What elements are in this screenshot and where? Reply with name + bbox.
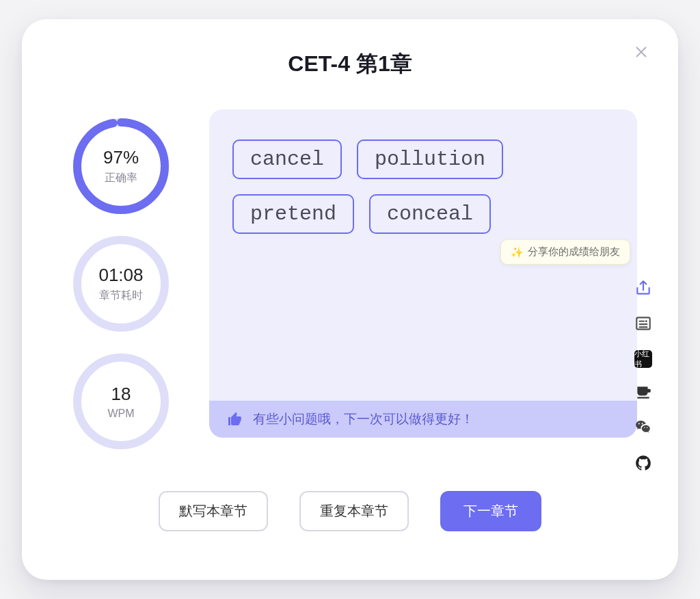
share-tooltip: ✨ 分享你的成绩给朋友 (500, 239, 630, 265)
encouragement-text: 有些小问题哦，下一次可以做得更好！ (253, 410, 474, 428)
github-icon (634, 454, 652, 472)
close-icon (634, 44, 649, 59)
wpm-value: 18 (111, 384, 131, 405)
sparkle-icon: ✨ (511, 246, 524, 258)
encouragement-bar: 有些小问题哦，下一次可以做得更好！ (209, 401, 637, 438)
words-panel: cancelpollutionpretendconceal 有些小问题哦，下一次… (209, 109, 637, 438)
stats-column: 97% 正确率 01:08 章节耗时 18 WPM (63, 115, 179, 453)
thumbs-up-icon (227, 411, 243, 427)
time-value: 01:08 (98, 265, 143, 286)
accuracy-value: 97% (103, 147, 139, 168)
share-tooltip-text: 分享你的成绩给朋友 (528, 245, 620, 258)
donate-link[interactable] (634, 383, 652, 403)
footer-buttons: 默写本章节 重复本章节 下一章节 (63, 491, 637, 531)
close-button[interactable] (632, 42, 651, 62)
share-button[interactable] (634, 279, 652, 300)
xiaohongshu-icon: 小红书 (634, 349, 652, 369)
wpm-ring: 18 WPM (70, 350, 172, 453)
wechat-link[interactable] (634, 418, 652, 439)
svg-point-5 (645, 320, 647, 322)
time-caption: 章节耗时 (99, 289, 143, 303)
repeat-button[interactable]: 重复本章节 (299, 491, 409, 531)
newspaper-icon (634, 315, 652, 332)
xiaohongshu-link[interactable]: 小红书 (634, 350, 652, 368)
accuracy-caption: 正确率 (105, 171, 137, 185)
side-icon-bar: 小红书 (634, 279, 652, 475)
results-modal: CET-4 第1章 97% 正确率 01:08 章节耗时 (22, 19, 678, 580)
share-icon (634, 279, 652, 297)
word-chip[interactable]: pretend (232, 194, 354, 234)
coffee-icon (634, 383, 652, 401)
words-wrap: cancelpollutionpretendconceal (232, 139, 614, 234)
accuracy-ring: 97% 正确率 (70, 115, 172, 217)
wpm-caption: WPM (107, 408, 134, 420)
word-chip[interactable]: conceal (369, 194, 491, 234)
page-title: CET-4 第1章 (63, 49, 637, 79)
word-chip[interactable]: cancel (232, 139, 342, 179)
paper-link[interactable] (634, 315, 652, 335)
time-ring: 01:08 章节耗时 (70, 232, 172, 335)
wechat-icon (634, 418, 652, 436)
next-chapter-button[interactable]: 下一章节 (440, 491, 541, 531)
github-link[interactable] (634, 454, 652, 475)
word-chip[interactable]: pollution (357, 139, 503, 179)
dictation-button[interactable]: 默写本章节 (159, 491, 268, 531)
